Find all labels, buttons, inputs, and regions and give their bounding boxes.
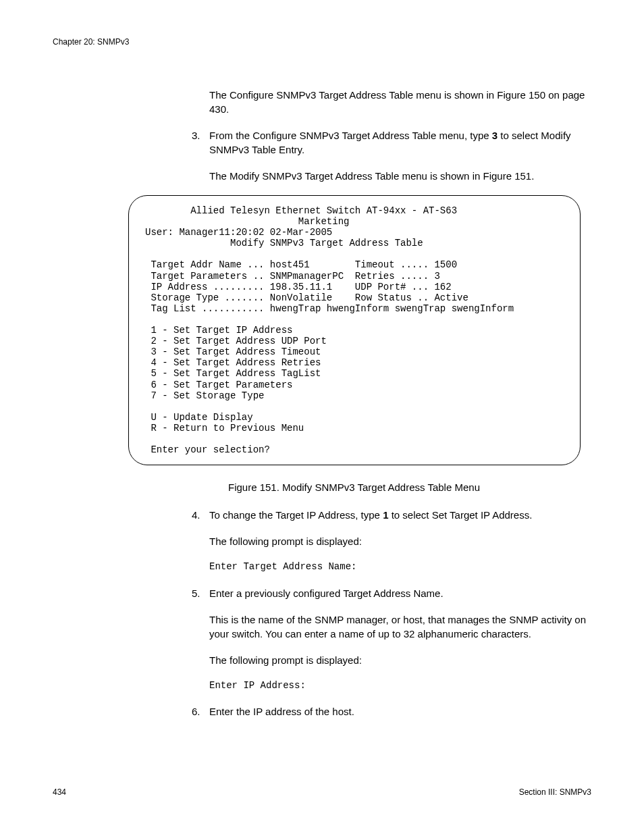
step-number: 4. <box>192 508 209 574</box>
page-number: 434 <box>53 787 66 797</box>
text: From the Configure SNMPv3 Target Address… <box>209 130 492 141</box>
step-5-line2: This is the name of the SNMP manager, or… <box>209 613 591 641</box>
step-6: 6. Enter the IP address of the host. <box>192 704 591 719</box>
step-5-line1: Enter a previously configured Target Add… <box>209 586 591 600</box>
terminal-text: Allied Telesyn Ethernet Switch AT-94xx -… <box>145 205 564 455</box>
intro-paragraph: The Configure SNMPv3 Target Address Tabl… <box>209 88 591 116</box>
terminal-menu-box: Allied Telesyn Ethernet Switch AT-94xx -… <box>128 195 581 465</box>
step-3-line2: The Modify SNMPv3 Target Address Table m… <box>209 169 591 183</box>
step-number: 3. <box>192 128 209 183</box>
chapter-label: Chapter 20: SNMPv3 <box>53 37 129 47</box>
step-body: Enter the IP address of the host. <box>209 704 591 719</box>
section-label: Section III: SNMPv3 <box>519 787 591 797</box>
step-4-line1: To change the Target IP Address, type 1 … <box>209 508 591 522</box>
step-body: Enter a previously configured Target Add… <box>209 586 591 693</box>
step-3: 3. From the Configure SNMPv3 Target Addr… <box>192 128 591 183</box>
page-header: Chapter 20: SNMPv3 <box>53 37 129 47</box>
page-content: The Configure SNMPv3 Target Address Tabl… <box>53 78 591 731</box>
step-4-line2: The following prompt is displayed: <box>209 534 591 548</box>
figure-caption: Figure 151. Modify SNMPv3 Target Address… <box>228 481 591 493</box>
step-body: To change the Target IP Address, type 1 … <box>209 508 591 574</box>
step-number: 5. <box>192 586 209 693</box>
step-5-prompt: Enter IP Address: <box>209 679 591 693</box>
step-5-line3: The following prompt is displayed: <box>209 653 591 667</box>
step-5: 5. Enter a previously configured Target … <box>192 586 591 693</box>
step-3-line1: From the Configure SNMPv3 Target Address… <box>209 128 591 157</box>
step-body: From the Configure SNMPv3 Target Address… <box>209 128 591 183</box>
text: to select Set Target IP Address. <box>388 509 532 521</box>
bold-key: 3 <box>492 130 498 141</box>
step-6-line1: Enter the IP address of the host. <box>209 704 591 719</box>
step-number: 6. <box>192 704 209 719</box>
step-4-prompt: Enter Target Address Name: <box>209 561 591 574</box>
step-4: 4. To change the Target IP Address, type… <box>192 508 591 574</box>
text: To change the Target IP Address, type <box>209 509 383 521</box>
